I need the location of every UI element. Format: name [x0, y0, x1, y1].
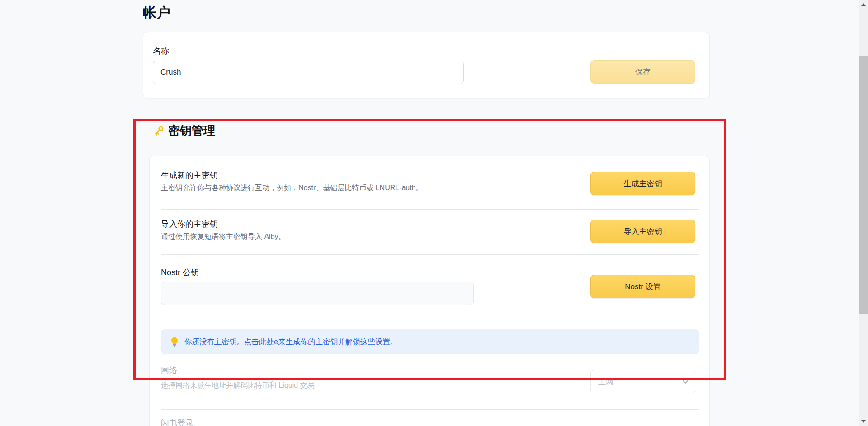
generate-key-title: 生成新的主密钥	[161, 170, 218, 181]
page-title: 帐户	[143, 4, 170, 22]
account-name-input[interactable]	[153, 61, 464, 84]
generate-key-button[interactable]: 生成主密钥	[590, 172, 695, 195]
import-key-description: 通过使用恢复短语将主密钥导入 Alby。	[161, 232, 286, 242]
lightbulb-icon	[170, 337, 179, 347]
account-name-label: 名称	[153, 46, 169, 56]
key-icon	[152, 125, 165, 137]
network-label: 网络	[161, 365, 177, 376]
settings-page: 帐户 名称 保存 密钥管理 生成新的主密钥 主密钥允许你与各种协议进行互动，例如…	[0, 0, 868, 426]
nostr-pubkey-input[interactable]	[161, 282, 474, 305]
key-management-title: 密钥管理	[168, 123, 215, 139]
network-select-value: 主网	[598, 377, 613, 387]
network-description: 选择网络来派生地址并解码比特币和 Liquid 交易	[161, 381, 315, 390]
nostr-settings-button[interactable]: Nostr 设置	[590, 275, 695, 298]
notice-text-after: 来生成你的主密钥并解锁这些设置。	[278, 337, 397, 346]
scroll-up-icon	[861, 3, 866, 6]
scroll-up-button[interactable]	[859, 0, 868, 9]
import-key-button[interactable]: 导入主密钥	[590, 220, 695, 243]
save-button[interactable]: 保存	[590, 60, 695, 84]
chevron-down-icon	[682, 379, 689, 384]
import-key-title: 导入你的主密钥	[161, 219, 218, 229]
nostr-pubkey-label: Nostr 公钥	[161, 267, 199, 278]
notice-text-before: 你还没有主密钥。	[184, 337, 244, 346]
key-management-header: 密钥管理	[152, 123, 215, 139]
divider	[161, 209, 699, 210]
generate-key-link[interactable]: 点击此处e	[244, 337, 278, 346]
scroll-down-button[interactable]	[859, 417, 868, 426]
no-master-key-notice: 你还没有主密钥。点击此处e来生成你的主密钥并解锁这些设置。	[161, 329, 699, 354]
key-management-card: 生成新的主密钥 主密钥允许你与各种协议进行互动，例如：Nostr、基础层比特币或…	[149, 156, 710, 426]
network-select[interactable]: 主网	[590, 370, 695, 393]
divider	[161, 409, 699, 410]
generate-key-description: 主密钥允许你与各种协议进行互动，例如：Nostr、基础层比特币或 LNURL-a…	[161, 183, 423, 193]
lightning-login-label: 闪电登录	[161, 417, 193, 426]
scrollbar-thumb[interactable]	[859, 56, 868, 314]
divider	[161, 254, 699, 255]
scrollbar[interactable]	[859, 0, 868, 426]
notice-text: 你还没有主密钥。点击此处e来生成你的主密钥并解锁这些设置。	[184, 337, 397, 347]
divider	[161, 317, 699, 317]
scroll-down-icon	[861, 420, 866, 423]
account-card: 名称 保存	[143, 32, 710, 98]
